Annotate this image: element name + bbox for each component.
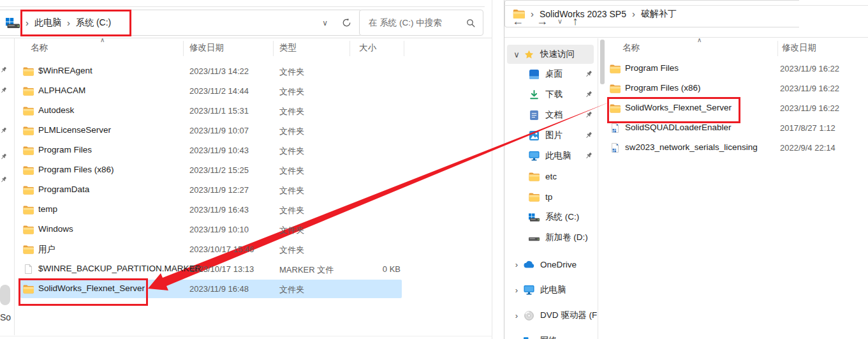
column-separator[interactable] (777, 41, 778, 56)
file-row[interactable]: ALPHACAM 2023/11/2 14:44 文件夹 (0, 81, 492, 101)
sidebar-item-label: etc (545, 172, 557, 181)
file-row[interactable]: $WINRE_BACKUP_PARTITION.MARKER 2023/10/1… (0, 259, 492, 279)
file-row[interactable]: 用户 2023/10/17 15:46 文件夹 (0, 239, 492, 259)
file-date: 2023/11/9 16:22 (780, 84, 839, 93)
folder-icon (23, 185, 34, 195)
file-row[interactable]: Program Files 2023/11/9 10:43 文件夹 (0, 140, 492, 160)
file-type: 文件夹 (279, 126, 304, 137)
file-row[interactable]: temp 2023/11/9 16:43 文件夹 (0, 200, 492, 220)
file-date: 2023/11/2 14:44 (189, 86, 249, 96)
file-row[interactable]: sw2023_network_serials_licensing 2022/9/… (504, 138, 868, 158)
window-right-border (492, 0, 492, 339)
file-type: 文件夹 (279, 165, 304, 177)
file-type: MARKER 文件 (279, 264, 334, 276)
file-list: Program Files 2023/11/9 16:22 Program Fi… (504, 59, 868, 158)
refresh-icon[interactable] (342, 18, 351, 27)
breadcrumb-crack-folder[interactable]: 破解补丁 (641, 8, 677, 20)
reg-icon (610, 123, 621, 133)
file-date: 2023/11/9 16:43 (189, 205, 249, 215)
file-date: 2023/11/9 10:07 (189, 126, 249, 135)
file-name: PLMLicenseServer (38, 125, 111, 135)
column-header-name[interactable]: 名称 (31, 42, 48, 54)
window-bottom-border (0, 336, 492, 336)
right-explorer-window: ← → ∨ ↑ › SolidWorks 2023 SP5 › 破解补丁 ∨ 快… (504, 0, 868, 339)
search-icon[interactable] (466, 19, 475, 27)
file-name: ProgramData (38, 185, 89, 194)
address-bar[interactable]: › 此电脑 › 系统 (C:) ∨ (0, 10, 362, 36)
sidebar-item[interactable]: › OneDrive (504, 252, 598, 277)
sidebar-item[interactable]: etc (504, 166, 598, 186)
sidebar-item[interactable]: 新加卷 (D:) (504, 227, 598, 248)
file-date: 2023/11/9 16:48 (189, 284, 249, 294)
file-row[interactable]: Program Files (x86) 2023/11/2 15:25 文件夹 (0, 160, 492, 180)
cloud-icon (524, 260, 534, 269)
file-row[interactable]: SolidWorks_Flexnet_Server 2023/11/9 16:4… (0, 279, 492, 299)
pin-icon[interactable] (0, 87, 7, 94)
file-name: $WINRE_BACKUP_PARTITION.MARKER (38, 264, 201, 273)
file-date: 2023/11/1 15:31 (189, 106, 249, 116)
expand-chevron-icon[interactable]: › (510, 285, 524, 295)
file-row[interactable]: Windows 2023/11/9 10:10 文件夹 (0, 220, 492, 239)
file-row[interactable]: SolidWorks_Flexnet_Server 2023/11/9 16:2… (504, 98, 868, 118)
left-explorer-window: › 此电脑 › 系统 (C:) ∨ 名称 ∧ 修改日期 类型 大小 $W (0, 0, 492, 339)
file-row[interactable]: $WinREAgent 2023/11/3 14:22 文件夹 (0, 61, 492, 81)
breadcrumb-this-pc[interactable]: 此电脑 (34, 17, 61, 29)
breadcrumb-separator: › (61, 17, 76, 28)
file-name: SolidSQUADLoaderEnabler (625, 123, 732, 132)
pin-icon[interactable] (0, 153, 7, 160)
search-input[interactable] (360, 18, 466, 27)
history-chevron-icon[interactable]: ∨ (552, 13, 568, 29)
back-button[interactable]: ← (510, 13, 526, 29)
column-separator[interactable] (349, 41, 350, 56)
file-row[interactable]: SolidSQUADLoaderEnabler 2017/8/27 1:12 (504, 118, 868, 138)
file-type: 文件夹 (279, 284, 304, 296)
pin-icon[interactable] (0, 176, 7, 183)
scrollbar-thumb[interactable] (0, 285, 10, 305)
expand-chevron-icon[interactable]: › (510, 260, 524, 269)
sidebar-item-label: 系统 (C:) (545, 211, 579, 223)
address-dropdown-chevron-icon[interactable]: ∨ (322, 19, 328, 27)
breadcrumb-drive-c[interactable]: 系统 (C:) (76, 17, 111, 29)
file-name: Autodesk (38, 105, 74, 115)
file-date: 2022/9/4 22:14 (780, 143, 835, 153)
up-button[interactable]: ↑ (567, 13, 584, 29)
file-name: Program Files (625, 63, 679, 73)
sidebar-item[interactable]: › 此电脑 (504, 277, 598, 303)
forward-button[interactable]: → (534, 13, 550, 29)
expand-chevron-icon[interactable]: › (510, 336, 524, 339)
file-date: 2023/10/17 13:13 (189, 264, 254, 274)
sidebar-item[interactable]: › DVD 驱动器 (F:) So (504, 303, 598, 328)
folder-icon (23, 225, 34, 234)
expand-chevron-icon[interactable]: ∨ (510, 50, 524, 59)
expand-chevron-icon[interactable]: › (510, 311, 524, 320)
drive-c-icon (6, 18, 20, 28)
monitor-icon (524, 285, 534, 295)
column-separator[interactable] (183, 41, 184, 56)
file-row[interactable]: Program Files (x86) 2023/11/9 16:22 (504, 79, 868, 98)
file-type: 文件夹 (279, 205, 304, 216)
column-separator[interactable] (404, 41, 404, 56)
dvd-icon (524, 311, 534, 320)
search-box[interactable] (359, 10, 483, 36)
file-type: 文件夹 (279, 225, 304, 236)
sidebar-item[interactable]: tp (504, 186, 598, 207)
column-header-size[interactable]: 大小 (359, 42, 376, 54)
file-row[interactable]: Autodesk 2023/11/1 15:31 文件夹 (0, 101, 492, 121)
toolbar-divider (504, 37, 868, 38)
pin-icon[interactable] (0, 127, 7, 134)
column-header-name[interactable]: 名称 (622, 42, 640, 54)
file-row[interactable]: ProgramData 2023/11/9 12:27 文件夹 (0, 180, 492, 200)
file-name: $WinREAgent (38, 66, 92, 75)
sidebar-item[interactable]: › 网络 (504, 328, 598, 339)
folder-icon (23, 126, 34, 135)
folder-icon (23, 245, 34, 254)
column-separator[interactable] (273, 41, 274, 56)
column-header-type[interactable]: 类型 (279, 42, 297, 54)
column-header-date[interactable]: 修改日期 (189, 42, 224, 54)
column-header-date[interactable]: 修改日期 (782, 42, 816, 54)
file-row[interactable]: PLMLicenseServer 2023/11/9 10:07 文件夹 (0, 121, 492, 140)
pin-icon[interactable] (0, 66, 7, 73)
sidebar-item[interactable]: 系统 (C:) (504, 207, 598, 227)
file-size: 0 KB (348, 264, 401, 274)
file-row[interactable]: Program Files 2023/11/9 16:22 (504, 59, 868, 79)
